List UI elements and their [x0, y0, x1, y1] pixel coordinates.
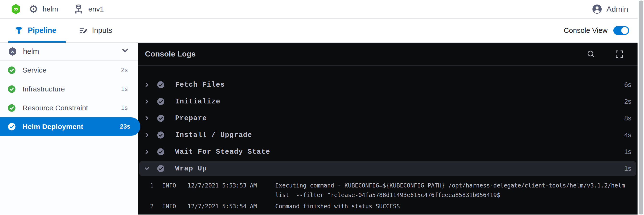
console-view-control: Console View: [564, 26, 629, 35]
stage-infinity-hexagon-icon: ∞: [8, 46, 17, 56]
step-label: Wrap Up: [175, 165, 207, 173]
check-circle-icon: [8, 66, 16, 74]
execution-sidebar: ∞ helm Service 2s Infrastructure 1s Reso…: [0, 43, 138, 215]
step-label: Fetch Files: [175, 81, 225, 89]
sidebar-step-duration: 23s: [120, 123, 130, 130]
toggle-knob: [621, 27, 628, 34]
log-timestamp: 12/7/2021 5:53:54 AM: [188, 202, 267, 211]
check-circle-icon: [157, 114, 164, 122]
log-timestamp: 12/7/2021 5:53:53 AM: [188, 181, 267, 200]
check-circle-icon: [8, 123, 16, 131]
sidebar-step-label: Service: [22, 66, 46, 74]
top-bar: ∞ ⚙ helm: [0, 0, 644, 19]
tab-pipeline[interactable]: Pipeline: [15, 19, 56, 42]
chevron-right-icon[interactable]: [144, 82, 150, 88]
page: ∞ ⚙ helm: [0, 0, 644, 215]
svg-text:∞: ∞: [10, 49, 14, 54]
sidebar-step-item[interactable]: Resource Constraint 1s: [0, 98, 138, 117]
step-duration: 6s: [624, 81, 631, 89]
console-step-row[interactable]: Install / Upgrade 4s: [138, 127, 638, 143]
check-circle-icon: [157, 148, 164, 156]
console-log-area: 1 INFO 12/7/2021 5:53:53 AM Executing co…: [138, 177, 638, 211]
sidebar-step-item[interactable]: Service 2s: [0, 61, 138, 79]
log-line: 2 INFO 12/7/2021 5:53:54 AM Command fini…: [145, 202, 630, 211]
chevron-right-icon[interactable]: [144, 115, 150, 121]
chevron-right-icon[interactable]: [144, 132, 150, 138]
step-label: Wait For Steady State: [175, 148, 270, 156]
tab-bar: Pipeline Inputs Console View: [0, 19, 644, 43]
log-line-number: 1: [145, 181, 154, 200]
check-circle-icon: [8, 104, 16, 112]
check-circle-icon: [157, 165, 164, 172]
chevron-down-icon[interactable]: [122, 47, 129, 56]
check-circle-icon: [157, 131, 164, 139]
fullscreen-icon[interactable]: [614, 49, 624, 59]
brand-infinity-hexagon-icon: ∞: [10, 3, 22, 15]
sidebar-step-duration: 1s: [121, 104, 128, 112]
svg-text:∞: ∞: [14, 5, 18, 12]
step-duration: 2s: [624, 98, 631, 105]
step-duration: 1s: [624, 165, 631, 172]
step-label: Prepare: [175, 114, 207, 122]
console-step-row[interactable]: Prepare 8s: [138, 110, 638, 127]
environment-name: env1: [88, 5, 104, 13]
stage-name: helm: [23, 47, 39, 56]
log-message: Executing command - KUBECONFIG=${KUBECON…: [275, 181, 630, 200]
console-view-toggle[interactable]: [613, 26, 629, 35]
service-meta: ⚙ helm: [29, 4, 58, 14]
sidebar-step-label: Resource Constraint: [22, 104, 88, 112]
avatar-icon: [592, 4, 602, 14]
step-label: Install / Upgrade: [175, 131, 252, 139]
console-step-list: Fetch Files 6s Initialize 2s Prepare 8s …: [138, 66, 638, 176]
gear-icon: ⚙: [29, 4, 38, 14]
sidebar-step-label: Helm Deployment: [22, 123, 83, 131]
log-line: 1 INFO 12/7/2021 5:53:53 AM Executing co…: [145, 181, 630, 200]
step-label: Initialize: [175, 98, 220, 106]
top-bar-left: ∞ ⚙ helm: [10, 3, 104, 15]
user-menu[interactable]: Admin: [592, 4, 628, 14]
console-view-label: Console View: [564, 26, 608, 34]
sidebar-step-duration: 1s: [121, 85, 128, 93]
sidebar-step-item[interactable]: Helm Deployment 23s: [0, 117, 140, 136]
scrollbar-thumb[interactable]: [639, 0, 643, 215]
console-step-row[interactable]: Wait For Steady State 1s: [138, 143, 638, 160]
console-header: Console Logs: [138, 43, 638, 66]
sidebar-step-list: Service 2s Infrastructure 1s Resource Co…: [0, 61, 138, 136]
scrollbar-track: [638, 0, 644, 215]
console-step-row[interactable]: Fetch Files 6s: [138, 76, 638, 93]
chevron-right-icon[interactable]: [144, 99, 150, 104]
step-duration: 8s: [624, 114, 631, 122]
sidebar-step-duration: 2s: [121, 66, 128, 74]
tab-pipeline-label: Pipeline: [28, 26, 56, 35]
console-actions: [586, 49, 624, 59]
pipeline-name: helm: [42, 5, 58, 13]
log-level: INFO: [162, 181, 179, 200]
stage-header[interactable]: ∞ helm: [0, 43, 138, 61]
check-circle-icon: [157, 81, 164, 89]
env-tree-icon: [73, 3, 84, 14]
log-message: Command finished with status SUCCESS: [275, 202, 630, 211]
tab-inputs-label: Inputs: [92, 26, 112, 35]
log-level: INFO: [162, 202, 179, 211]
chevron-right-icon[interactable]: [144, 149, 150, 155]
pipeline-icon: [15, 26, 23, 34]
user-name: Admin: [606, 5, 628, 14]
inputs-pencil-icon: [79, 26, 87, 34]
console-step-row[interactable]: Wrap Up 1s: [139, 161, 636, 176]
log-line-number: 2: [145, 202, 154, 211]
console-title: Console Logs: [145, 49, 196, 58]
console-panel: Console Logs Fetch Files 6s: [138, 43, 638, 215]
step-duration: 1s: [624, 148, 631, 156]
check-circle-icon: [8, 85, 16, 93]
content: ∞ helm Service 2s Infrastructure 1s Reso…: [0, 43, 644, 215]
environment-meta: env1: [73, 3, 104, 14]
check-circle-icon: [157, 98, 164, 105]
search-icon[interactable]: [586, 49, 596, 59]
chevron-down-icon[interactable]: [144, 166, 150, 171]
step-duration: 4s: [624, 131, 631, 139]
sidebar-step-item[interactable]: Infrastructure 1s: [0, 79, 138, 98]
console-step-row[interactable]: Initialize 2s: [138, 93, 638, 110]
sidebar-step-label: Infrastructure: [22, 85, 65, 93]
tab-inputs[interactable]: Inputs: [79, 19, 112, 42]
